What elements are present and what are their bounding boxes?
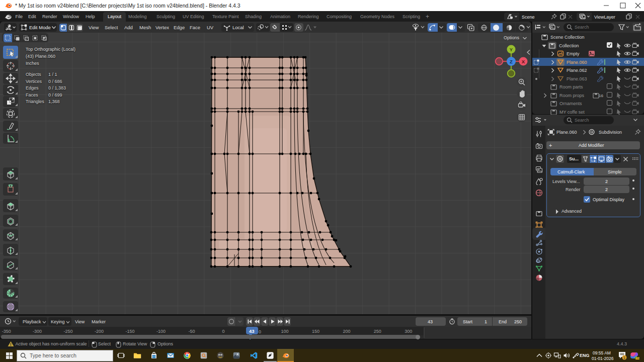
svg-text:FRE: FRE bbox=[635, 357, 640, 359]
svg-text:X: X bbox=[522, 59, 525, 64]
svg-text:1: 1 bbox=[623, 355, 626, 360]
svg-text:Z: Z bbox=[510, 59, 513, 64]
svg-text:Y: Y bbox=[510, 47, 513, 52]
